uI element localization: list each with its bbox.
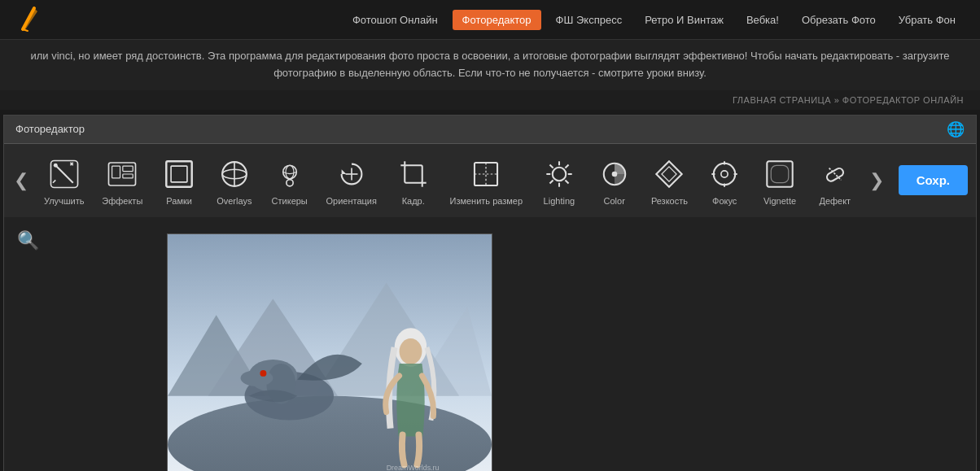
nav-remove-bg[interactable]: Убрать Фон <box>890 11 964 29</box>
svg-rect-11 <box>112 166 120 178</box>
tool-color[interactable]: Color <box>588 150 641 211</box>
lighting-icon <box>540 155 578 193</box>
tool-focus[interactable]: Фокус <box>698 150 751 211</box>
overlays-label: Overlays <box>217 196 252 206</box>
svg-line-41 <box>549 180 553 183</box>
vignette-icon <box>761 155 798 193</box>
frames-icon <box>160 155 198 193</box>
description-text: или vinci, но имеет ряд достоинств. Эта … <box>30 50 949 79</box>
svg-rect-14 <box>166 161 191 186</box>
focus-icon <box>706 155 743 193</box>
svg-rect-15 <box>171 166 187 182</box>
svg-rect-30 <box>475 163 497 185</box>
tool-defect[interactable]: Дефект <box>808 150 862 211</box>
zoom-icon[interactable]: 🔍 <box>17 230 39 251</box>
enhance-icon <box>46 155 83 193</box>
tool-orientation[interactable]: Ориентация <box>317 150 384 211</box>
save-button[interactable]: Сохр. <box>899 165 968 195</box>
svg-rect-53 <box>771 165 788 182</box>
svg-point-47 <box>721 170 728 177</box>
svg-line-39 <box>565 180 568 183</box>
toolbar-items: Улучшить Эффекты <box>35 150 863 211</box>
tool-frames[interactable]: Рамки <box>152 150 206 211</box>
overlays-icon <box>216 155 253 193</box>
nav-retro[interactable]: Ретро И Винтаж <box>637 11 732 29</box>
svg-point-46 <box>714 163 735 184</box>
orientation-icon <box>333 155 370 193</box>
svg-text:DreamWorlds.ru: DreamWorlds.ru <box>387 464 440 471</box>
nav-webcam[interactable]: Вебка! <box>738 11 787 29</box>
vignette-label: Vignette <box>763 196 796 206</box>
toolbar-next-button[interactable]: ❯ <box>863 167 890 194</box>
defect-icon <box>816 155 854 193</box>
tool-stickers[interactable]: Стикеры <box>263 150 317 211</box>
svg-line-5 <box>55 165 72 182</box>
stickers-label: Стикеры <box>272 196 308 206</box>
svg-point-21 <box>287 179 293 185</box>
svg-line-9 <box>53 180 55 182</box>
nav-editor[interactable]: Фоторедактор <box>453 10 541 30</box>
stickers-icon <box>271 155 308 193</box>
svg-point-20 <box>286 165 294 179</box>
effects-label: Эффекты <box>102 196 142 206</box>
editor-panel-header: Фоторедактор 🌐 <box>4 116 976 144</box>
effects-icon <box>103 155 141 193</box>
tool-resize[interactable]: Изменить размер <box>441 150 531 211</box>
svg-point-33 <box>553 167 567 181</box>
description-bar: или vinci, но имеет ряд достоинств. Эта … <box>0 40 980 90</box>
orientation-label: Ориентация <box>326 196 376 206</box>
editor-panel: Фоторедактор 🌐 ❮ Улучшить <box>3 115 977 471</box>
svg-marker-45 <box>662 167 676 181</box>
svg-rect-12 <box>123 166 133 172</box>
breadcrumb-home[interactable]: ГЛАВНАЯ СТРАНИЦА <box>733 95 831 105</box>
sharpness-icon <box>650 155 688 193</box>
globe-icon: 🌐 <box>947 120 965 138</box>
svg-point-65 <box>241 370 273 386</box>
svg-line-40 <box>565 164 568 168</box>
lighting-label: Lighting <box>544 196 575 206</box>
svg-point-66 <box>260 370 266 377</box>
breadcrumb-current: ФОТОРЕДАКТОР ОНЛАЙН <box>842 95 964 105</box>
svg-marker-44 <box>657 161 682 186</box>
nav-express[interactable]: ФШ Экспресс <box>548 11 631 29</box>
canvas-area: 🔍 <box>4 217 976 471</box>
svg-point-43 <box>611 171 617 177</box>
tool-lighting[interactable]: Lighting <box>532 150 586 211</box>
tool-vignette[interactable]: Vignette <box>753 150 807 211</box>
canvas-image: DreamWorlds.ru <box>167 233 492 471</box>
resize-icon <box>467 155 505 193</box>
tool-effects[interactable]: Эффекты <box>94 150 151 211</box>
color-label: Color <box>604 196 625 206</box>
svg-rect-54 <box>825 167 845 182</box>
sharpness-label: Резкость <box>651 196 688 206</box>
svg-rect-25 <box>405 165 422 182</box>
tool-overlays[interactable]: Overlays <box>208 150 261 211</box>
svg-point-19 <box>282 165 296 179</box>
tool-sharpness[interactable]: Резкость <box>642 150 696 211</box>
frames-label: Рамки <box>166 196 192 206</box>
toolbar: ❮ Улучшить <box>4 144 976 217</box>
top-navigation: Фотошоп Онлайн Фоторедактор ФШ Экспресс … <box>0 0 980 40</box>
svg-rect-13 <box>123 174 133 178</box>
editor-title: Фоторедактор <box>15 123 85 135</box>
svg-marker-22 <box>341 169 346 174</box>
tool-enhance[interactable]: Улучшить <box>36 150 93 211</box>
svg-point-6 <box>53 163 57 167</box>
breadcrumb-separator-icon: » <box>834 95 840 105</box>
resize-label: Изменить размер <box>449 196 523 206</box>
svg-line-38 <box>549 164 553 168</box>
nav-photoshop[interactable]: Фотошоп Онлайн <box>344 11 446 29</box>
defect-label: Дефект <box>819 196 851 206</box>
enhance-label: Улучшить <box>44 196 85 206</box>
crop-label: Кадр. <box>402 196 425 206</box>
toolbar-prev-button[interactable]: ❮ <box>7 167 35 194</box>
color-icon <box>596 155 633 193</box>
logo-icon <box>16 5 46 34</box>
tool-crop[interactable]: Кадр. <box>387 150 440 211</box>
crop-icon <box>395 155 432 193</box>
svg-point-68 <box>400 338 422 364</box>
focus-label: Фокус <box>712 196 737 206</box>
canvas-svg: DreamWorlds.ru <box>168 233 492 471</box>
breadcrumb: ГЛАВНАЯ СТРАНИЦА » ФОТОРЕДАКТОР ОНЛАЙН <box>0 90 980 110</box>
nav-crop-photo[interactable]: Обрезать Фото <box>794 11 884 29</box>
